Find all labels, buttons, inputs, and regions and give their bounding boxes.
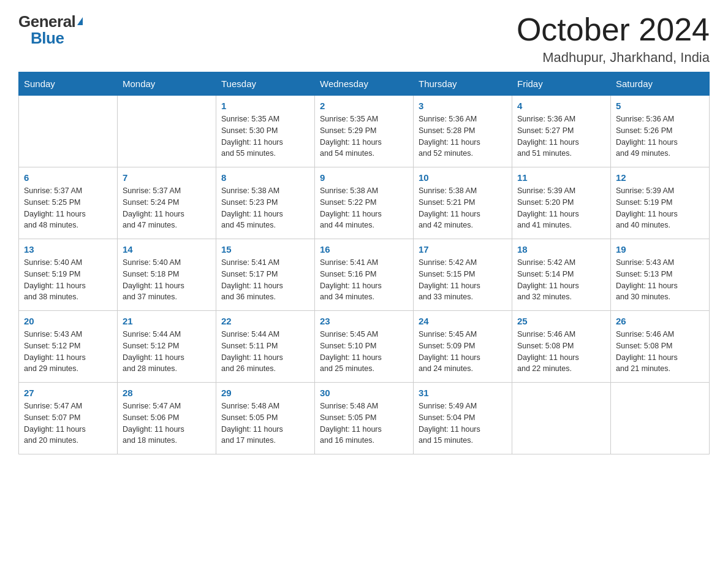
day-number: 8	[221, 172, 309, 183]
day-number: 6	[24, 172, 112, 183]
calendar-cell: 24Sunrise: 5:45 AMSunset: 5:09 PMDayligh…	[414, 311, 512, 383]
calendar-week-row: 13Sunrise: 5:40 AMSunset: 5:19 PMDayligh…	[19, 239, 710, 311]
calendar-cell: 22Sunrise: 5:44 AMSunset: 5:11 PMDayligh…	[216, 311, 315, 383]
calendar-cell: 6Sunrise: 5:37 AMSunset: 5:25 PMDaylight…	[19, 167, 118, 239]
weekday-header-row: SundayMondayTuesdayWednesdayThursdayFrid…	[19, 72, 710, 96]
day-number: 18	[517, 244, 605, 255]
weekday-header-thursday: Thursday	[414, 72, 512, 96]
calendar-cell: 4Sunrise: 5:36 AMSunset: 5:27 PMDaylight…	[512, 96, 611, 167]
logo-triangle-icon	[77, 17, 83, 25]
calendar-cell: 20Sunrise: 5:43 AMSunset: 5:12 PMDayligh…	[19, 311, 118, 383]
calendar-cell: 19Sunrise: 5:43 AMSunset: 5:13 PMDayligh…	[611, 239, 710, 311]
day-info: Sunrise: 5:48 AMSunset: 5:05 PMDaylight:…	[320, 400, 408, 446]
calendar-cell: 7Sunrise: 5:37 AMSunset: 5:24 PMDaylight…	[118, 167, 216, 239]
day-info: Sunrise: 5:44 AMSunset: 5:12 PMDaylight:…	[123, 329, 211, 375]
calendar-cell: 11Sunrise: 5:39 AMSunset: 5:20 PMDayligh…	[512, 167, 611, 239]
day-info: Sunrise: 5:37 AMSunset: 5:24 PMDaylight:…	[123, 185, 211, 231]
day-info: Sunrise: 5:42 AMSunset: 5:15 PMDaylight:…	[419, 257, 507, 303]
day-number: 23	[320, 316, 408, 326]
calendar-cell	[19, 96, 118, 167]
calendar-cell: 25Sunrise: 5:46 AMSunset: 5:08 PMDayligh…	[512, 311, 611, 383]
page-header: General Blue October 2024 Madhupur, Jhar…	[18, 12, 710, 66]
day-number: 14	[123, 244, 211, 255]
day-info: Sunrise: 5:36 AMSunset: 5:26 PMDaylight:…	[616, 113, 704, 159]
calendar-cell: 21Sunrise: 5:44 AMSunset: 5:12 PMDayligh…	[118, 311, 216, 383]
day-info: Sunrise: 5:36 AMSunset: 5:28 PMDaylight:…	[419, 113, 507, 159]
day-info: Sunrise: 5:45 AMSunset: 5:09 PMDaylight:…	[419, 329, 507, 375]
day-number: 21	[123, 316, 211, 326]
calendar-cell	[611, 383, 710, 454]
day-number: 17	[419, 244, 507, 255]
day-info: Sunrise: 5:49 AMSunset: 5:04 PMDaylight:…	[419, 400, 507, 446]
day-number: 3	[419, 101, 507, 111]
day-number: 4	[517, 101, 605, 111]
day-number: 27	[24, 388, 112, 398]
calendar-table: SundayMondayTuesdayWednesdayThursdayFrid…	[18, 72, 710, 454]
day-number: 28	[123, 388, 211, 398]
calendar-week-row: 20Sunrise: 5:43 AMSunset: 5:12 PMDayligh…	[19, 311, 710, 383]
calendar-week-row: 1Sunrise: 5:35 AMSunset: 5:30 PMDaylight…	[19, 96, 710, 167]
calendar-header: SundayMondayTuesdayWednesdayThursdayFrid…	[19, 72, 710, 96]
calendar-cell: 29Sunrise: 5:48 AMSunset: 5:05 PMDayligh…	[216, 383, 315, 454]
calendar-cell: 18Sunrise: 5:42 AMSunset: 5:14 PMDayligh…	[512, 239, 611, 311]
month-title: October 2024	[517, 12, 710, 47]
calendar-cell: 31Sunrise: 5:49 AMSunset: 5:04 PMDayligh…	[414, 383, 512, 454]
day-info: Sunrise: 5:39 AMSunset: 5:20 PMDaylight:…	[517, 185, 605, 231]
day-number: 10	[419, 172, 507, 183]
day-number: 31	[419, 388, 507, 398]
day-info: Sunrise: 5:47 AMSunset: 5:06 PMDaylight:…	[123, 400, 211, 446]
weekday-header-tuesday: Tuesday	[216, 72, 315, 96]
weekday-header-saturday: Saturday	[611, 72, 710, 96]
day-info: Sunrise: 5:42 AMSunset: 5:14 PMDaylight:…	[517, 257, 605, 303]
calendar-cell: 9Sunrise: 5:38 AMSunset: 5:22 PMDaylight…	[315, 167, 414, 239]
day-number: 29	[221, 388, 309, 398]
day-number: 24	[419, 316, 507, 326]
logo: General Blue	[18, 12, 83, 48]
calendar-cell: 16Sunrise: 5:41 AMSunset: 5:16 PMDayligh…	[315, 239, 414, 311]
day-number: 9	[320, 172, 408, 183]
day-number: 15	[221, 244, 309, 255]
day-info: Sunrise: 5:39 AMSunset: 5:19 PMDaylight:…	[616, 185, 704, 231]
day-info: Sunrise: 5:40 AMSunset: 5:18 PMDaylight:…	[123, 257, 211, 303]
calendar-cell	[512, 383, 611, 454]
calendar-cell: 17Sunrise: 5:42 AMSunset: 5:15 PMDayligh…	[414, 239, 512, 311]
calendar-cell	[118, 96, 216, 167]
calendar-cell: 8Sunrise: 5:38 AMSunset: 5:23 PMDaylight…	[216, 167, 315, 239]
calendar-cell: 15Sunrise: 5:41 AMSunset: 5:17 PMDayligh…	[216, 239, 315, 311]
calendar-cell: 30Sunrise: 5:48 AMSunset: 5:05 PMDayligh…	[315, 383, 414, 454]
day-info: Sunrise: 5:48 AMSunset: 5:05 PMDaylight:…	[221, 400, 309, 446]
day-number: 16	[320, 244, 408, 255]
day-info: Sunrise: 5:46 AMSunset: 5:08 PMDaylight:…	[616, 329, 704, 375]
day-info: Sunrise: 5:47 AMSunset: 5:07 PMDaylight:…	[24, 400, 112, 446]
day-info: Sunrise: 5:46 AMSunset: 5:08 PMDaylight:…	[517, 329, 605, 375]
day-info: Sunrise: 5:38 AMSunset: 5:22 PMDaylight:…	[320, 185, 408, 231]
day-number: 25	[517, 316, 605, 326]
day-info: Sunrise: 5:35 AMSunset: 5:29 PMDaylight:…	[320, 113, 408, 159]
calendar-cell: 26Sunrise: 5:46 AMSunset: 5:08 PMDayligh…	[611, 311, 710, 383]
weekday-header-sunday: Sunday	[19, 72, 118, 96]
calendar-cell: 10Sunrise: 5:38 AMSunset: 5:21 PMDayligh…	[414, 167, 512, 239]
day-info: Sunrise: 5:43 AMSunset: 5:13 PMDaylight:…	[616, 257, 704, 303]
day-info: Sunrise: 5:37 AMSunset: 5:25 PMDaylight:…	[24, 185, 112, 231]
day-number: 2	[320, 101, 408, 111]
day-number: 20	[24, 316, 112, 326]
day-number: 30	[320, 388, 408, 398]
calendar-cell: 5Sunrise: 5:36 AMSunset: 5:26 PMDaylight…	[611, 96, 710, 167]
weekday-header-monday: Monday	[118, 72, 216, 96]
day-info: Sunrise: 5:40 AMSunset: 5:19 PMDaylight:…	[24, 257, 112, 303]
calendar-body: 1Sunrise: 5:35 AMSunset: 5:30 PMDaylight…	[19, 96, 710, 454]
day-number: 7	[123, 172, 211, 183]
day-number: 13	[24, 244, 112, 255]
day-number: 19	[616, 244, 704, 255]
calendar-cell: 27Sunrise: 5:47 AMSunset: 5:07 PMDayligh…	[19, 383, 118, 454]
day-number: 11	[517, 172, 605, 183]
day-info: Sunrise: 5:43 AMSunset: 5:12 PMDaylight:…	[24, 329, 112, 375]
calendar-cell: 14Sunrise: 5:40 AMSunset: 5:18 PMDayligh…	[118, 239, 216, 311]
day-info: Sunrise: 5:41 AMSunset: 5:17 PMDaylight:…	[221, 257, 309, 303]
day-number: 12	[616, 172, 704, 183]
weekday-header-friday: Friday	[512, 72, 611, 96]
calendar-cell: 1Sunrise: 5:35 AMSunset: 5:30 PMDaylight…	[216, 96, 315, 167]
calendar-cell: 2Sunrise: 5:35 AMSunset: 5:29 PMDaylight…	[315, 96, 414, 167]
calendar-cell: 12Sunrise: 5:39 AMSunset: 5:19 PMDayligh…	[611, 167, 710, 239]
calendar-cell: 23Sunrise: 5:45 AMSunset: 5:10 PMDayligh…	[315, 311, 414, 383]
